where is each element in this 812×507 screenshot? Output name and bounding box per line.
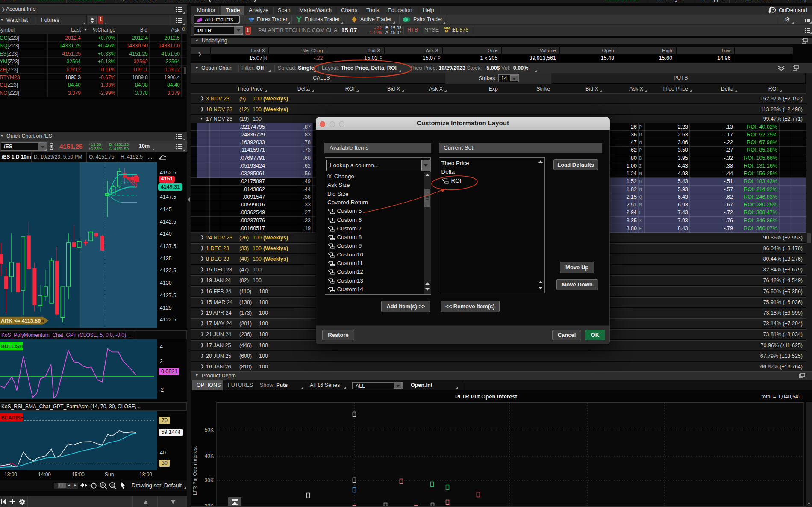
svg-text:BULLISH: BULLISH: [1, 343, 23, 349]
svg-text:✕: ✕: [41, 318, 44, 324]
svg-text:BEARISH: BEARISH: [1, 415, 24, 421]
svg-text:40K: 40K: [205, 453, 214, 459]
svg-text:50K: 50K: [205, 427, 214, 433]
svg-text:30K: 30K: [205, 478, 214, 483]
svg-text:LTR Put Open Interest: LTR Put Open Interest: [192, 446, 197, 495]
svg-text:ARK <= 4113.50: ARK <= 4113.50: [1, 318, 41, 324]
